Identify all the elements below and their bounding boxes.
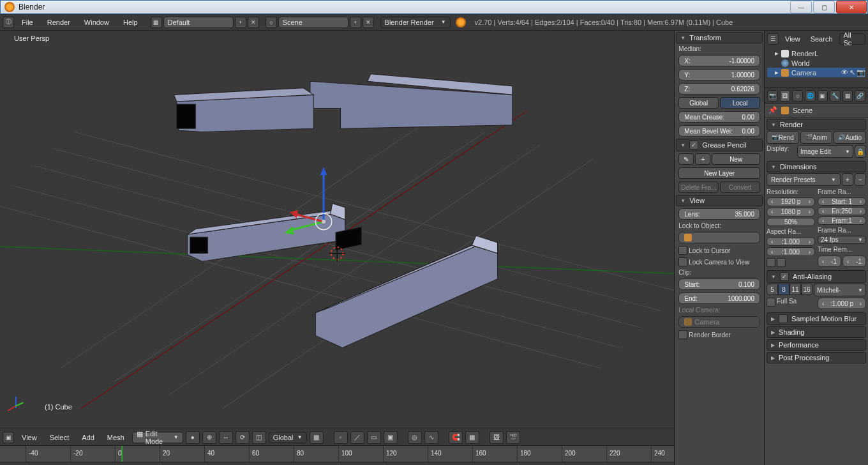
preset-remove-icon[interactable]: − <box>855 173 866 186</box>
cursor-icon[interactable]: ↖ <box>849 68 855 77</box>
tab-scene[interactable]: ☼ <box>792 90 803 102</box>
timeline-cursor[interactable] <box>121 446 123 462</box>
render-engine-dropdown[interactable]: Blender Render▼ <box>380 17 451 28</box>
limit-selection-icon[interactable]: ▣ <box>384 431 398 444</box>
aspect-y-field[interactable]: ‹:1.000› <box>767 247 815 256</box>
aa-8[interactable]: 8 <box>778 284 789 295</box>
gp-newlayer-button[interactable]: New Layer <box>678 167 760 179</box>
remap-old-field[interactable]: ‹-1 <box>818 255 841 267</box>
mean-crease-field[interactable]: Mean Crease:0.00 <box>678 111 760 123</box>
clip-start-field[interactable]: Start:0.100 <box>678 278 760 290</box>
vp-menu-mesh[interactable]: Mesh <box>102 432 130 443</box>
manip-scale-icon[interactable]: ◫ <box>252 431 266 444</box>
remap-new-field[interactable]: ‹-1 <box>842 255 866 267</box>
outliner-item-world[interactable]: ▸World <box>767 58 865 68</box>
fps-dropdown[interactable]: 24 fps▼ <box>818 236 866 244</box>
aa-size-field[interactable]: ‹:1.000 p› <box>818 298 866 309</box>
viewport-editor-type-icon[interactable]: ▣ <box>3 432 14 443</box>
viewport-canvas[interactable] <box>0 31 674 429</box>
preset-add-icon[interactable]: + <box>842 173 853 186</box>
lock-cursor-checkbox[interactable] <box>678 246 687 255</box>
crop-checkbox[interactable] <box>777 258 786 267</box>
minimize-button[interactable]: — <box>790 1 812 13</box>
tab-constraint[interactable]: 🔗 <box>855 90 865 102</box>
vp-menu-view[interactable]: View <box>17 432 42 443</box>
aa-16[interactable]: 16 <box>801 284 812 295</box>
tab-data[interactable]: ▦ <box>842 90 853 102</box>
display-dropdown[interactable]: Image Edit▼ <box>797 145 853 158</box>
aa-filter-dropdown[interactable]: Mitchell-▼ <box>814 284 866 296</box>
editor-type-icon[interactable]: ⓘ <box>3 17 14 28</box>
panel-postprocessing[interactable]: ▶Post Processing <box>767 352 866 363</box>
tab-world[interactable]: 🌐 <box>805 90 816 102</box>
pin-icon[interactable]: 📌 <box>768 106 777 114</box>
median-x-field[interactable]: X:-1.00000 <box>678 55 760 66</box>
sel-face-icon[interactable]: ▭ <box>367 431 381 444</box>
manip-translate-icon[interactable]: ↔ <box>219 431 233 444</box>
audio-button[interactable]: 🔊Audio <box>834 131 866 144</box>
eye-icon[interactable]: 👁 <box>841 68 848 77</box>
scene-add-button[interactable]: + <box>350 17 361 28</box>
scene-remove-button[interactable]: ✕ <box>363 17 374 28</box>
camera-icon[interactable]: 📷 <box>857 68 865 77</box>
scene-browse-icon[interactable]: ☼ <box>266 17 277 28</box>
manip-rotate-icon[interactable]: ⟳ <box>236 431 250 444</box>
lock-camera-checkbox[interactable] <box>678 257 687 266</box>
sel-edge-icon[interactable]: ／ <box>350 431 364 444</box>
layout-add-button[interactable]: + <box>235 17 246 28</box>
panel-render-props[interactable]: ▼Render <box>767 119 866 130</box>
pivot-dropdown-icon[interactable]: ⊕ <box>202 431 216 444</box>
gp-add-icon[interactable]: + <box>695 153 710 165</box>
median-z-field[interactable]: Z:0.62026 <box>678 83 760 95</box>
outliner-item-renderlayers[interactable]: ▸RenderL <box>767 49 865 58</box>
frame-step-field[interactable]: ‹Fram:1› <box>818 217 866 225</box>
panel-dimensions[interactable]: ▼Dimensions <box>767 161 866 172</box>
panel-antialiasing[interactable]: ▼✓Anti-Aliasing <box>767 270 866 283</box>
3d-viewport[interactable]: User Persp (1) Cube <box>0 31 674 429</box>
outliner-item-camera[interactable]: ▸Camera👁↖📷 <box>767 68 865 77</box>
aspect-x-field[interactable]: ‹:1.000› <box>767 237 815 246</box>
vp-menu-add[interactable]: Add <box>77 432 100 443</box>
res-pct-field[interactable]: 50% <box>767 218 815 227</box>
panel-performance[interactable]: ▶Performance <box>767 339 866 351</box>
panel-shading[interactable]: ▶Shading <box>767 326 866 338</box>
layout-browse-icon[interactable]: ▦ <box>151 17 162 28</box>
scene-dropdown[interactable]: Scene <box>278 17 348 28</box>
clapper-icon[interactable]: 🎬 <box>506 431 520 444</box>
panel-grease-pencil[interactable]: ▼✓Grease Pencil <box>676 139 763 151</box>
maximize-button[interactable]: ▢ <box>813 1 835 13</box>
aa-samples-segment[interactable]: 5 8 11 16 <box>767 284 812 296</box>
lens-field[interactable]: Lens:35.000 <box>678 208 760 220</box>
render-presets-dropdown[interactable]: Render Presets▼ <box>767 173 841 186</box>
orientation-dropdown[interactable]: Global▼ <box>269 432 307 443</box>
layers-icon[interactable]: ▦ <box>310 431 324 444</box>
mode-dropdown[interactable]: ▦Edit Mode▼ <box>132 432 183 443</box>
space-global-button[interactable]: Global <box>678 97 719 109</box>
timeline[interactable]: -40-200204060801001201401601802002202402… <box>0 445 674 462</box>
border-checkbox[interactable] <box>767 258 775 267</box>
vp-menu-select[interactable]: Select <box>45 432 75 443</box>
aa-5[interactable]: 5 <box>767 284 778 295</box>
render-border-checkbox[interactable] <box>678 330 687 339</box>
panel-view[interactable]: ▼View <box>676 195 763 206</box>
res-x-field[interactable]: ‹1920 p› <box>767 197 815 206</box>
full-sample-checkbox[interactable] <box>767 298 775 307</box>
close-button[interactable]: ✕ <box>836 1 867 13</box>
median-y-field[interactable]: Y:1.00000 <box>678 69 760 80</box>
sel-vertex-icon[interactable]: ▫ <box>334 431 348 444</box>
snap-element-icon[interactable]: ▦ <box>465 431 479 444</box>
proportional-edit-icon[interactable]: ◎ <box>408 431 422 444</box>
panel-transform[interactable]: ▼Transform <box>676 32 763 43</box>
space-local-button[interactable]: Local <box>720 97 760 109</box>
aa-11[interactable]: 11 <box>789 284 801 295</box>
frame-end-field[interactable]: ‹En:250› <box>818 207 866 215</box>
screen-layout-dropdown[interactable]: Default <box>163 17 234 28</box>
tab-object[interactable]: ▣ <box>818 90 828 102</box>
tab-modifiers[interactable]: 🔧 <box>830 90 841 102</box>
outliner-menu-search[interactable]: Search <box>807 34 837 44</box>
outliner-filter-dropdown[interactable]: All Sc <box>839 33 865 45</box>
layout-remove-button[interactable]: ✕ <box>248 17 259 28</box>
menu-help[interactable]: Help <box>117 17 144 27</box>
snap-toggle-icon[interactable]: 🧲 <box>449 431 463 444</box>
display-lock-icon[interactable]: 🔒 <box>855 145 866 158</box>
